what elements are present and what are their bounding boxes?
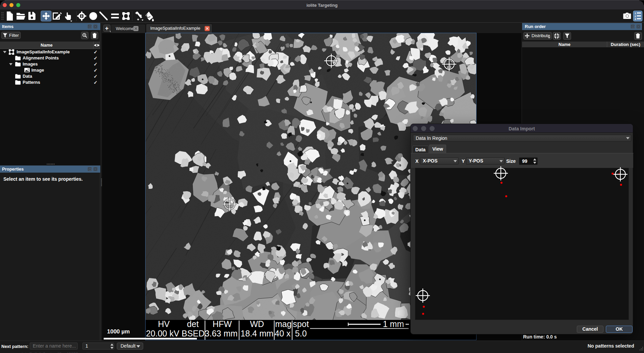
svg-text:HFW: HFW: [213, 319, 232, 329]
svg-text:HV: HV: [158, 319, 170, 329]
svg-text:40 x: 40 x: [275, 329, 291, 338]
svg-text:3: 3: [635, 18, 636, 21]
svg-text:spot: spot: [293, 319, 309, 329]
svg-text:1 mm: 1 mm: [383, 319, 404, 329]
svg-text:18.4 mm: 18.4 mm: [240, 329, 273, 338]
svg-text:det: det: [187, 319, 199, 329]
svg-text:mag: mag: [275, 319, 292, 329]
svg-text:5.0: 5.0: [295, 329, 307, 338]
svg-text:20.00 kV BSED: 20.00 kV BSED: [146, 329, 205, 338]
svg-text:WD: WD: [250, 319, 264, 329]
svg-text:3.63 mm: 3.63 mm: [205, 329, 237, 338]
